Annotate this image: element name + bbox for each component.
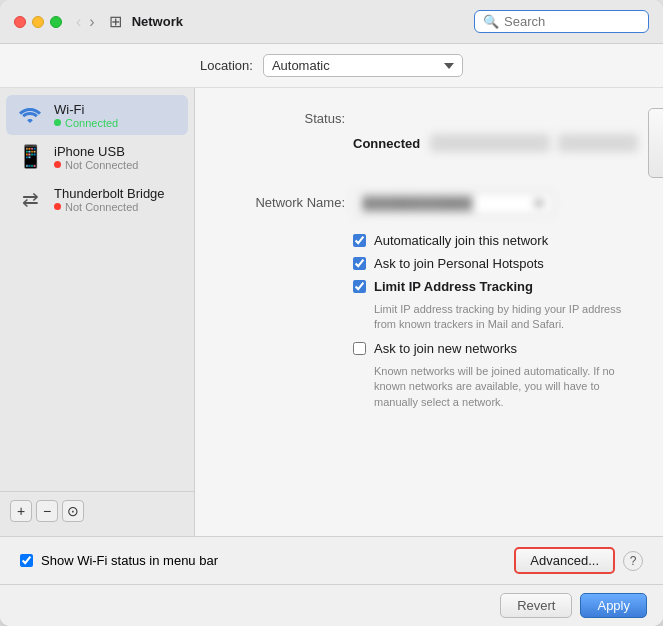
maximize-button[interactable] [50, 16, 62, 28]
ip-address-blurred-2 [558, 134, 638, 152]
sidebar-iphone-text: iPhone USB Not Connected [54, 144, 138, 171]
bottom-bar: Show Wi-Fi status in menu bar Advanced..… [0, 536, 663, 584]
location-label: Location: [200, 58, 253, 73]
search-box: 🔍 [474, 10, 649, 33]
grid-icon: ⊞ [109, 12, 122, 31]
iphone-icon: 📱 [16, 143, 44, 171]
footer-bar: Revert Apply [0, 584, 663, 626]
new-networks-checkbox[interactable] [353, 342, 366, 355]
sidebar-iphone-name: iPhone USB [54, 144, 138, 159]
bottom-buttons: Advanced... ? [514, 547, 643, 574]
location-bar: Location: Automatic Edit Locations... [0, 44, 663, 88]
sidebar-thunderbolt-status: Not Connected [54, 201, 165, 213]
iphone-status-dot [54, 161, 61, 168]
network-preferences-window: ‹ › ⊞ Network 🔍 Location: Automatic Edit… [0, 0, 663, 626]
turn-wifi-off-button[interactable]: Turn Wi-Fi Off [648, 108, 663, 178]
show-wifi-label[interactable]: Show Wi-Fi status in menu bar [41, 553, 218, 568]
personal-hotspots-checkbox[interactable] [353, 257, 366, 270]
personal-hotspots-label[interactable]: Ask to join Personal Hotspots [374, 256, 544, 271]
ip-address-blurred [430, 134, 550, 152]
action-network-button[interactable]: ⊙ [62, 500, 84, 522]
help-button[interactable]: ? [623, 551, 643, 571]
sidebar-item-iphone-usb[interactable]: 📱 iPhone USB Not Connected [6, 137, 188, 177]
location-select[interactable]: Automatic Edit Locations... [263, 54, 463, 77]
search-icon: 🔍 [483, 14, 499, 29]
title-bar: ‹ › ⊞ Network 🔍 [0, 0, 663, 44]
add-network-button[interactable]: + [10, 500, 32, 522]
remove-network-button[interactable]: − [36, 500, 58, 522]
search-input[interactable] [504, 14, 634, 29]
personal-hotspots-row: Ask to join Personal Hotspots [353, 256, 633, 271]
traffic-lights [14, 16, 62, 28]
detail-panel: Status: Connected Turn Wi-Fi Off Network… [195, 88, 663, 536]
sidebar-item-thunderbolt[interactable]: ⇄ Thunderbolt Bridge Not Connected [6, 179, 188, 219]
status-label: Status: [225, 108, 345, 126]
sidebar-actions: + − ⊙ [0, 491, 194, 530]
wifi-icon [16, 101, 44, 129]
checkboxes-section: Automatically join this network Ask to j… [353, 233, 633, 418]
network-name-value: ████████████ [353, 192, 633, 215]
limit-ip-helper: Limit IP address tracking by hiding your… [374, 302, 633, 333]
sidebar-wifi-name: Wi-Fi [54, 102, 118, 117]
limit-ip-checkbox[interactable] [353, 280, 366, 293]
sidebar-wifi-text: Wi-Fi Connected [54, 102, 118, 129]
sidebar-iphone-status: Not Connected [54, 159, 138, 171]
sidebar: Wi-Fi Connected 📱 iPhone USB Not Connect… [0, 88, 195, 536]
close-button[interactable] [14, 16, 26, 28]
sidebar-thunderbolt-text: Thunderbolt Bridge Not Connected [54, 186, 165, 213]
wifi-status-dot [54, 119, 61, 126]
back-button[interactable]: ‹ [74, 14, 83, 30]
thunderbolt-status-dot [54, 203, 61, 210]
network-name-label: Network Name: [225, 192, 345, 210]
sidebar-item-wifi[interactable]: Wi-Fi Connected [6, 95, 188, 135]
status-row: Status: Connected Turn Wi-Fi Off [225, 108, 633, 178]
show-wifi-checkbox[interactable] [20, 554, 33, 567]
window-title: Network [132, 14, 183, 29]
main-content: Wi-Fi Connected 📱 iPhone USB Not Connect… [0, 88, 663, 536]
sidebar-thunderbolt-name: Thunderbolt Bridge [54, 186, 165, 201]
thunderbolt-icon: ⇄ [16, 185, 44, 213]
network-name-row: Network Name: ████████████ [225, 192, 633, 215]
auto-join-checkbox[interactable] [353, 234, 366, 247]
status-value-container: Connected Turn Wi-Fi Off [353, 108, 663, 178]
apply-button[interactable]: Apply [580, 593, 647, 618]
status-value: Connected [353, 136, 420, 151]
auto-join-label[interactable]: Automatically join this network [374, 233, 548, 248]
new-networks-row: Ask to join new networks [353, 341, 633, 356]
limit-ip-label[interactable]: Limit IP Address Tracking [374, 279, 533, 294]
new-networks-label[interactable]: Ask to join new networks [374, 341, 517, 356]
new-networks-helper: Known networks will be joined automatica… [374, 364, 633, 410]
advanced-button[interactable]: Advanced... [514, 547, 615, 574]
nav-buttons: ‹ › [74, 14, 97, 30]
network-name-select[interactable]: ████████████ [353, 192, 553, 215]
show-wifi-row: Show Wi-Fi status in menu bar [20, 553, 504, 568]
limit-ip-row: Limit IP Address Tracking [353, 279, 633, 294]
minimize-button[interactable] [32, 16, 44, 28]
forward-button[interactable]: › [87, 14, 96, 30]
revert-button[interactable]: Revert [500, 593, 572, 618]
sidebar-wifi-status: Connected [54, 117, 118, 129]
auto-join-row: Automatically join this network [353, 233, 633, 248]
